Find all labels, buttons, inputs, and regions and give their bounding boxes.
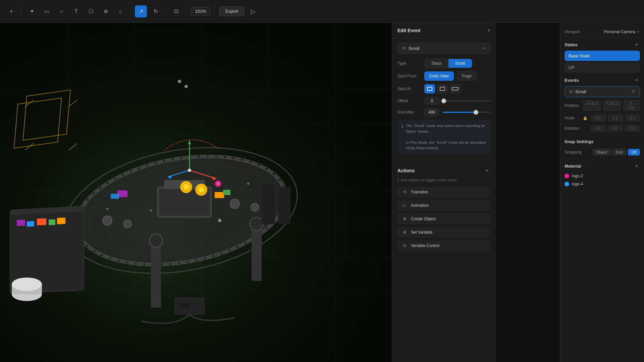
edit-event-panel: Edit Event × ⟲ Scroll ▼ Type Steps Scrol… <box>392 23 496 362</box>
start-at-label: Start At <box>397 86 421 91</box>
rotation-label: Rotation <box>565 126 583 131</box>
svg-point-74 <box>150 209 152 212</box>
svg-rect-66 <box>262 184 275 224</box>
start-at-button-group <box>424 84 461 94</box>
action-variable-control[interactable]: ⊘ Variable Control <box>397 240 490 251</box>
scale-values: 🔒 X1 Y1 Z1 <box>583 115 640 121</box>
svg-rect-21 <box>252 224 262 281</box>
event-scroll[interactable]: ⟲ Scroll 👁 <box>565 86 640 97</box>
start-at-btn-3[interactable] <box>450 84 461 94</box>
far-right-content: Viewport Personal Camera ▼ States + Base… <box>560 23 644 362</box>
end-after-row: End After 400 <box>397 108 490 116</box>
material-header: Material ∷ + <box>565 163 640 169</box>
material-logo2[interactable]: logo-2 <box>565 172 640 180</box>
start-from-page-button[interactable]: Page <box>457 71 477 81</box>
svg-point-49 <box>188 169 191 172</box>
event-type-dropdown[interactable]: ⟲ Scroll ▼ <box>397 43 490 54</box>
action-transition[interactable]: ⟲ Transition <box>397 186 490 198</box>
start-at-btn-1[interactable] <box>424 84 435 94</box>
events-add-button[interactable]: + <box>633 77 640 83</box>
action-create-object[interactable]: ⊕ Create Object <box>397 213 490 225</box>
start-at-btn-2[interactable] <box>437 84 448 94</box>
scroll-icon: ⟲ <box>402 46 406 51</box>
snap-grid-btn[interactable]: Grid <box>612 149 627 156</box>
material-label-logo2: logo-2 <box>572 174 583 178</box>
dropdown-chevron: ▼ <box>483 47 486 50</box>
snap-settings-header: Snap Settings <box>565 139 640 144</box>
position-x[interactable]: X143.3 <box>583 100 601 111</box>
state-base-state[interactable]: Base State <box>565 51 640 61</box>
position-y[interactable]: Y161.5 <box>603 100 621 111</box>
svg-rect-55 <box>49 219 55 225</box>
end-after-slider[interactable] <box>443 112 490 113</box>
zoom-level: 151% <box>191 7 211 15</box>
rotation-y[interactable]: Y0 <box>608 125 623 132</box>
material-label-logo4: logo-4 <box>572 182 583 186</box>
svg-point-42 <box>216 182 220 185</box>
svg-point-26 <box>103 216 112 225</box>
svg-point-63 <box>178 80 181 83</box>
transition-label: Transition <box>411 190 428 194</box>
set-variable-icon: ⊗ <box>401 229 408 235</box>
offset-slider[interactable] <box>443 100 490 102</box>
circle-tool-button[interactable]: ○ <box>55 5 67 17</box>
close-button[interactable]: × <box>487 27 490 34</box>
end-after-slider-thumb[interactable] <box>474 110 478 115</box>
viewport-select[interactable]: Personal Camera ▼ <box>604 29 640 34</box>
scale-x[interactable]: X1 <box>591 115 606 121</box>
loop-tool-button[interactable]: ↻ <box>150 5 162 17</box>
events-title: Events <box>565 78 579 83</box>
tag-tool-button[interactable]: ⌂ <box>114 5 126 17</box>
svg-point-27 <box>123 220 131 228</box>
svg-point-24 <box>149 234 163 247</box>
states-add-button[interactable]: + <box>633 41 640 48</box>
actions-info: ℹ Add actions to trigger in this event. <box>397 178 490 182</box>
export-button[interactable]: Export <box>219 6 245 16</box>
snap-buttons: Object Grid Off <box>593 149 640 156</box>
svg-rect-52 <box>17 220 25 226</box>
rotation-x[interactable]: X0 <box>591 125 606 132</box>
svg-rect-67 <box>278 187 290 224</box>
target-tool-button[interactable]: ⊕ <box>100 5 112 17</box>
rectangle-tool-button[interactable]: ▭ <box>41 5 53 17</box>
svg-point-73 <box>106 208 108 210</box>
type-steps-button[interactable]: Steps <box>425 59 448 68</box>
position-z[interactable]: Z-3.15 <box>623 100 640 111</box>
position-row: Position X143.3 Y161.5 Z-3.15 <box>565 99 640 113</box>
snap-row: Snapping Object Grid Off <box>565 147 640 158</box>
scale-label: Scale <box>565 116 583 120</box>
material-add-button[interactable]: + <box>633 163 640 169</box>
svg-rect-20 <box>151 241 161 308</box>
select-tool-button[interactable]: ✦ <box>26 5 38 17</box>
material-title: Material <box>565 164 581 169</box>
play-button[interactable]: ▷ <box>247 5 259 17</box>
action-animation[interactable]: ▷ Animation <box>397 200 490 211</box>
rotation-z[interactable]: Z0 <box>625 125 640 132</box>
material-logo4[interactable]: logo-4 <box>565 180 640 188</box>
state-up[interactable]: UP <box>565 62 640 73</box>
states-title: States <box>565 42 578 47</box>
scale-z[interactable]: Z1 <box>625 115 640 121</box>
snap-object-btn[interactable]: Object <box>593 149 611 156</box>
type-scroll-button[interactable]: Scroll <box>448 59 472 68</box>
start-at-row: Start At <box>397 84 490 94</box>
svg-rect-56 <box>57 218 65 224</box>
actions-section: Actions + ℹ Add actions to trigger in th… <box>392 163 496 257</box>
frame-tool-button[interactable]: ⊡ <box>170 5 182 17</box>
add-button[interactable]: + <box>5 5 17 17</box>
scale-y[interactable]: Y1 <box>608 115 623 121</box>
start-from-enter-view-button[interactable]: Enter View <box>424 71 454 81</box>
edit-event-title: Edit Event <box>397 28 420 33</box>
canvas-area <box>0 23 392 362</box>
material-dots-icon: ∷ <box>583 164 585 168</box>
action-set-variable[interactable]: ⊗ Set Variable <box>397 227 490 238</box>
offset-slider-thumb[interactable] <box>441 99 446 103</box>
create-object-icon: ⊕ <box>401 216 408 222</box>
actions-add-button[interactable]: + <box>484 167 490 174</box>
snap-off-btn[interactable]: Off <box>628 149 640 156</box>
toolbar-divider-2 <box>130 7 131 16</box>
pointer-tool-button[interactable]: ↗ <box>135 5 147 17</box>
polygon-tool-button[interactable]: ⬡ <box>85 5 97 17</box>
text-tool-button[interactable]: T <box>70 5 82 17</box>
scroll-dropdown-label: Scroll <box>409 46 420 51</box>
